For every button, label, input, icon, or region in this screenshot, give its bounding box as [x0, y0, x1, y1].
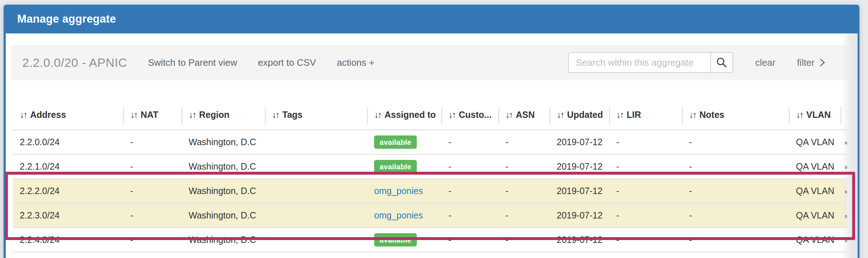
column-header-nat[interactable]: ↓↑NAT — [123, 80, 181, 130]
status-badge: available — [374, 135, 417, 149]
cell-customer: - — [441, 203, 498, 227]
cell-vlan: QA VLAN — [789, 130, 840, 154]
sort-icon: ↓↑ — [189, 110, 195, 120]
sort-icon: ↓↑ — [616, 110, 623, 120]
cell-region: Washington, D.C — [181, 227, 265, 252]
cell-tags — [265, 130, 367, 154]
search-group — [568, 52, 733, 73]
chevron-right-icon — [820, 58, 825, 67]
cell-notes: - — [682, 179, 789, 203]
search-button[interactable] — [710, 52, 733, 73]
cell-notes: - — [682, 130, 789, 154]
cell-tags — [265, 227, 367, 252]
cell-region: Washington, D.C — [181, 203, 265, 227]
table-header-row: ↓↑Address↓↑NAT↓↑Region↓↑Tags↓↑Assigned t… — [13, 80, 847, 130]
column-header-vlan[interactable]: ↓↑VLAN — [789, 80, 840, 130]
table-row-2.2.3.0/24[interactable]: 2.2.3.0/24-Washington, D.Comg_ponies--20… — [13, 203, 847, 227]
status-badge: available — [374, 233, 417, 247]
cell-address: 2.2.0.0/24 — [13, 130, 123, 154]
page: Manage aggregate 2.2.0.0/20 - APNIC Swit… — [0, 0, 868, 258]
cell-clipped-content — [840, 154, 847, 179]
switch-to-parent-view-link[interactable]: Switch to Parent view — [148, 57, 237, 68]
filter-label: filter — [797, 57, 815, 68]
aggregate-label: 2.2.0.0/20 - APNIC — [22, 56, 127, 70]
assigned-to-link[interactable]: omg_ponies — [374, 186, 423, 196]
table-row-2.2.2.0/24[interactable]: 2.2.2.0/24-Washington, D.Comg_ponies--20… — [13, 179, 847, 203]
filter-button[interactable]: filter — [797, 57, 825, 68]
column-header-lir[interactable]: ↓↑LIR — [609, 80, 682, 130]
column-label: Assigned to — [385, 110, 436, 120]
column-header-updated[interactable]: ↓↑Updated — [549, 80, 609, 130]
cell-updated: 2019-07-12 — [549, 203, 609, 227]
cell-vlan: QA VLAN — [789, 154, 840, 179]
cell-notes: - — [682, 154, 789, 179]
column-label: NAT — [141, 110, 159, 120]
cell-address: 2.2.1.0/24 — [13, 154, 123, 179]
cell-vlan: QA VLAN — [789, 203, 840, 227]
column-header-notes[interactable]: ↓↑Notes — [682, 80, 789, 130]
cell-address: 2.2.2.0/24 — [13, 179, 123, 203]
clipped-link-sliver — [845, 166, 847, 169]
cell-notes: - — [682, 203, 789, 227]
cell-asn: - — [498, 203, 549, 227]
cell-lir: - — [609, 154, 682, 179]
actions-menu[interactable]: actions + — [337, 57, 374, 68]
table-row-2.2.1.0/24[interactable]: 2.2.1.0/24-Washington, D.Cavailable--201… — [13, 154, 847, 179]
cell-customer: - — [441, 154, 498, 179]
column-header-region[interactable]: ↓↑Region — [181, 80, 265, 130]
cell-customer: - — [441, 227, 498, 252]
clear-button[interactable]: clear — [755, 57, 775, 68]
sort-icon: ↓↑ — [557, 110, 563, 120]
column-header-assigned[interactable]: ↓↑Assigned to — [367, 80, 441, 130]
aggregate-table: ↓↑Address↓↑NAT↓↑Region↓↑Tags↓↑Assigned t… — [13, 80, 847, 258]
search-input[interactable] — [568, 52, 710, 73]
table-body: 2.2.0.0/24-Washington, D.Cavailable--201… — [13, 130, 847, 258]
cell-tags — [265, 154, 367, 179]
column-label: Custo... — [459, 110, 492, 120]
table-row-2.2.0.0/24[interactable]: 2.2.0.0/24-Washington, D.Cavailable--201… — [13, 130, 847, 154]
sort-icon: ↓↑ — [505, 110, 512, 120]
export-to-csv-link[interactable]: export to CSV — [258, 57, 316, 68]
cell-notes: - — [682, 227, 789, 252]
cell-asn: - — [498, 130, 549, 154]
cell-region: Washington, D.C — [181, 130, 265, 154]
sort-icon: ↓↑ — [448, 110, 455, 120]
manage-aggregate-panel: Manage aggregate 2.2.0.0/20 - APNIC Swit… — [4, 5, 859, 258]
cell-updated: 2019-07-12 — [549, 154, 609, 179]
column-label: VLAN — [806, 110, 831, 120]
aggregate-table-container: ↓↑Address↓↑NAT↓↑Region↓↑Tags↓↑Assigned t… — [13, 80, 847, 258]
cell-nat: - — [123, 227, 181, 252]
cell-asn: - — [498, 227, 549, 252]
cell-updated: 2019-07-12 — [549, 179, 609, 203]
cell-asn: - — [498, 154, 549, 179]
cell-nat: - — [123, 179, 181, 203]
sort-icon: ↓↑ — [374, 110, 381, 120]
cell-tags — [265, 203, 367, 227]
column-label: Address — [30, 110, 66, 120]
column-header-asn[interactable]: ↓↑ASN — [498, 80, 549, 130]
column-label: Region — [199, 110, 230, 120]
cell-clipped-content — [840, 227, 847, 252]
column-header-customer[interactable]: ↓↑Custo... — [441, 80, 498, 130]
cell-lir: - — [609, 203, 682, 227]
clipped-link-sliver — [845, 142, 847, 144]
cell-assigned: available — [367, 130, 441, 154]
cell-address: 2.2.3.0/24 — [13, 203, 123, 227]
cell-clipped-content — [840, 130, 847, 154]
sort-icon: ↓↑ — [689, 110, 696, 120]
cell-tags — [265, 179, 367, 203]
cell-region: Washington, D.C — [181, 179, 265, 203]
assigned-to-link[interactable]: omg_ponies — [374, 210, 423, 220]
cell-clipped-content — [840, 203, 847, 227]
clipped-link-sliver — [845, 239, 847, 242]
cell-assigned: available — [367, 154, 441, 179]
table-row-partial — [13, 252, 847, 258]
sort-icon: ↓↑ — [20, 110, 27, 120]
column-header-clipped — [840, 80, 847, 130]
status-badge: available — [374, 160, 417, 173]
column-header-tags[interactable]: ↓↑Tags — [265, 80, 367, 130]
clipped-link-sliver — [845, 215, 847, 218]
column-header-address[interactable]: ↓↑Address — [13, 80, 123, 130]
cell-vlan: QA VLAN — [789, 179, 840, 203]
table-row-2.2.4.0/24[interactable]: 2.2.4.0/24-Washington, D.Cavailable--201… — [13, 227, 847, 252]
